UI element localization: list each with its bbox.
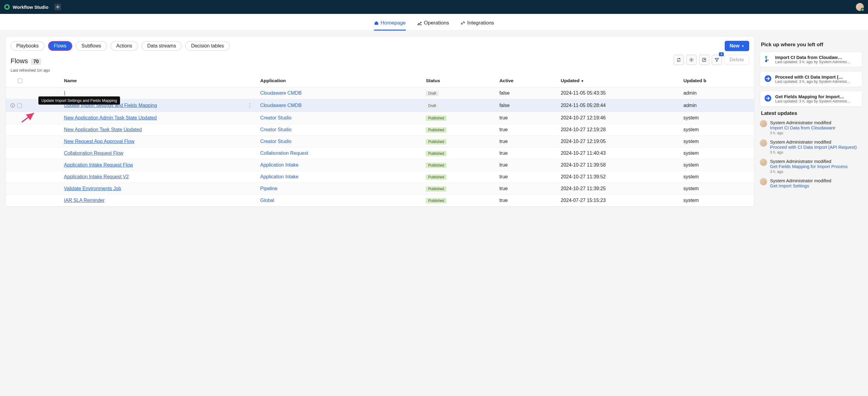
update-link[interactable]: Proceed with CI Data Import (API Request… [770,145,857,150]
application-link[interactable]: Global [260,198,274,203]
active-cell: true [496,159,558,171]
update-link[interactable]: Import CI Data from Cloudaware [770,125,835,130]
select-all-checkbox[interactable] [18,79,22,83]
delete-button[interactable]: Delete [724,55,749,65]
active-cell: true [496,183,558,195]
callout-arrow-icon [20,112,38,124]
application-link[interactable]: Pipeline [260,186,278,191]
flow-name-link[interactable]: New Application Task State Updated [64,127,142,132]
col-status[interactable]: Status [423,74,496,87]
row-menu-button[interactable]: ⋮ [245,102,254,109]
filter-icon [714,57,719,62]
flow-name-link[interactable]: I [64,90,65,95]
application-link[interactable]: Creator Studio [260,115,291,120]
active-cell: true [496,136,558,148]
user-avatar[interactable] [856,3,864,11]
col-name[interactable]: Name [61,74,257,87]
status-badge: Published [426,139,446,145]
flow-name-link[interactable]: New Application Admin Task State Updated [64,115,157,120]
col-updated-by[interactable]: Updated b [681,74,754,87]
topbar: Workflow Studio [0,0,868,14]
updated-by-cell: system [681,124,754,136]
application-link[interactable]: Cloudaware CMDB [260,90,302,95]
pill-flows[interactable]: Flows [48,41,72,51]
updated-by-cell: system [681,112,754,124]
table-row: IAR SLA Reminder Global Published true 2… [6,195,754,207]
active-cell: true [496,195,558,207]
updated-by-cell: system [681,195,754,207]
recent-card[interactable]: Proceed with CI Data Import (… Last upda… [760,71,863,87]
recent-meta: Last updated: 3 h. ago by System Adminis… [775,99,850,103]
settings-button[interactable] [686,55,696,65]
table-row: Application Intake Request Flow Applicat… [6,159,754,171]
gear-icon [689,57,694,62]
flow-name-link[interactable]: Collaboration Request Flow [64,151,124,156]
pill-actions[interactable]: Actions [111,41,138,51]
recent-card[interactable]: Import CI Data from Cloudaw… Last update… [760,51,863,67]
flow-name-link[interactable]: Validate Environments Job [64,186,121,191]
export-button[interactable] [699,55,709,65]
new-button[interactable]: New ▼ [725,41,749,51]
active-cell: true [496,124,558,136]
application-link[interactable]: Application Intake [260,162,299,167]
pill-decision-tables[interactable]: Decision tables [185,41,230,51]
recent-meta: Last updated: 3 h. ago by System Adminis… [775,80,850,84]
recent-card[interactable]: Get Fields Mapping for Import… Last upda… [760,91,863,107]
application-link[interactable]: Collaboration Request [260,151,308,156]
link-icon [461,21,465,25]
plus-icon [56,5,60,9]
subflow-icon [764,94,772,102]
flow-name-link[interactable]: Application Intake Request V2 [64,174,129,179]
update-time: 3 h. ago [770,131,835,135]
list-count: 70 [31,58,41,65]
refresh-icon [676,57,681,62]
tab-operations[interactable]: Operations [417,20,449,31]
application-link[interactable]: Creator Studio [260,127,291,132]
status-badge: Published [426,186,446,192]
updated-cell: 2024-10-27 11:39:25 [558,183,681,195]
filter-button[interactable] [712,55,722,65]
row-checkbox[interactable] [17,103,22,108]
pill-subflows[interactable]: Subflows [76,41,107,51]
info-icon[interactable]: i [10,103,15,108]
row-tooltip: Update Import Settings and Fields Mappin… [38,96,120,104]
updated-by-cell: system [681,171,754,183]
col-active[interactable]: Active [496,74,558,87]
svg-point-0 [691,59,692,60]
update-link[interactable]: Get Import Settings [770,183,809,188]
avatar-icon [760,120,767,127]
col-updated[interactable]: Updated▼ [558,74,681,87]
pill-data-streams[interactable]: Data streams [142,41,182,51]
updated-cell: 2024-10-27 11:39:52 [558,171,681,183]
updated-cell: 2024-11-05 05:43:35 [558,87,681,99]
status-badge: Published [426,175,446,180]
update-who: System Administrator modified [770,159,848,164]
flow-name-link[interactable]: New Request App Approval Flow [64,139,134,144]
active-cell: true [496,171,558,183]
subflow-icon [764,74,772,83]
list-header: Flows 70 Delete [6,52,754,68]
status-badge: Published [426,127,446,133]
application-link[interactable]: Creator Studio [260,139,291,144]
tab-homepage[interactable]: Homepage [374,20,406,31]
application-link[interactable]: Application Intake [260,174,299,179]
updated-cell: 2024-10-27 12:19:28 [558,124,681,136]
application-link[interactable]: Cloudaware CMDB [260,103,302,108]
flow-name-link[interactable]: IAR SLA Reminder [64,198,104,203]
update-link[interactable]: Get Fields Mapping for Import Process [770,164,848,169]
new-tab-button[interactable] [55,4,61,10]
update-who: System Administrator modified [770,120,835,125]
svg-point-3 [765,60,767,62]
table-row: Validate Environments Job Pipeline Publi… [6,183,754,195]
home-icon [374,21,379,25]
pill-playbooks[interactable]: Playbooks [10,41,44,51]
updated-by-cell: admin [681,99,754,112]
refresh-button[interactable] [674,55,684,65]
tab-integrations[interactable]: Integrations [461,20,494,31]
col-application[interactable]: Application [257,74,423,87]
flow-name-link[interactable]: Application Intake Request Flow [64,162,133,167]
active-cell: false [496,87,558,99]
status-badge: Published [426,116,446,121]
tab-integrations-label: Integrations [467,20,494,26]
main-panel: Playbooks Flows Subflows Actions Data st… [5,36,754,207]
